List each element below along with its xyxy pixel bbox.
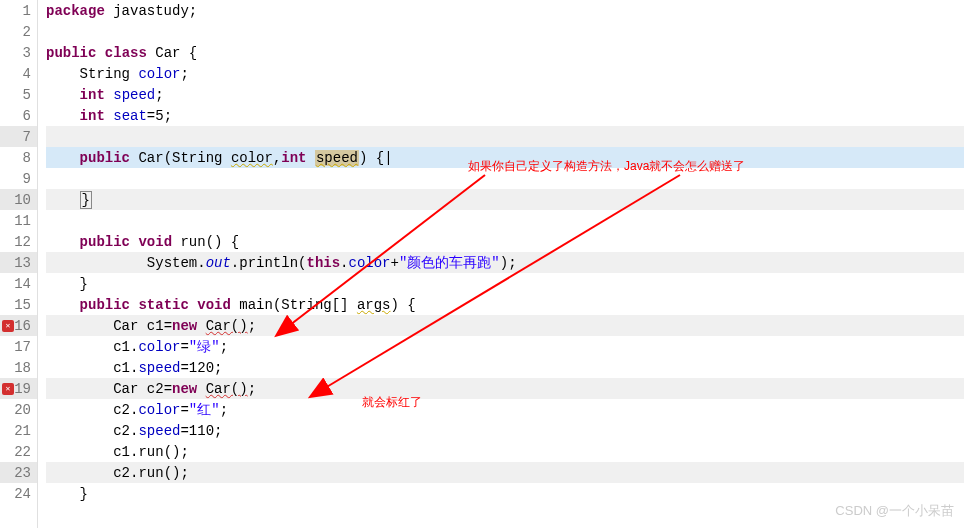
line-number: 9 xyxy=(0,168,37,189)
line-number: 6 xyxy=(0,105,37,126)
code-line[interactable]: c2.run(); xyxy=(46,462,964,483)
annotation-text: 如果你自己定义了构造方法，Java就不会怎么赠送了 xyxy=(468,158,745,175)
line-number: 3 xyxy=(0,42,37,63)
code-line[interactable]: c1.color="绿"; xyxy=(46,336,964,357)
code-line[interactable]: int speed; xyxy=(46,84,964,105)
line-number: 24 xyxy=(0,483,37,504)
code-line[interactable]: Car c2=new Car(); xyxy=(46,378,964,399)
code-line[interactable]: package javastudy; xyxy=(46,0,964,21)
line-number: 11 xyxy=(0,210,37,231)
watermark: CSDN @一个小呆苗 xyxy=(835,502,954,520)
line-number: 12 xyxy=(0,231,37,252)
code-line[interactable]: } xyxy=(46,273,964,294)
code-editor[interactable]: 1 2 3 4 5 6 7 8 9 10 11 12 13 14 15 16 1… xyxy=(0,0,964,528)
line-number: 16 xyxy=(0,315,37,336)
code-line[interactable]: String color; xyxy=(46,63,964,84)
line-number: 1 xyxy=(0,0,37,21)
annotation-text: 就会标红了 xyxy=(362,394,422,411)
line-number: 23 xyxy=(0,462,37,483)
line-number: 21 xyxy=(0,420,37,441)
code-line[interactable]: } xyxy=(46,483,964,504)
code-line[interactable]: int seat=5; xyxy=(46,105,964,126)
error-icon xyxy=(2,320,14,332)
line-number: 15 xyxy=(0,294,37,315)
code-line[interactable]: public void run() { xyxy=(46,231,964,252)
line-number: 18 xyxy=(0,357,37,378)
line-number: 4 xyxy=(0,63,37,84)
line-number: 2 xyxy=(0,21,37,42)
code-line[interactable]: c1.speed=120; xyxy=(46,357,964,378)
code-line[interactable]: public static void main(String[] args) { xyxy=(46,294,964,315)
code-line[interactable]: } xyxy=(46,189,964,210)
text-cursor: | xyxy=(384,150,392,166)
code-line[interactable] xyxy=(46,210,964,231)
code-line[interactable]: System.out.println(this.color+"颜色的车再跑"); xyxy=(46,252,964,273)
line-number: 22 xyxy=(0,441,37,462)
code-line[interactable] xyxy=(46,21,964,42)
code-line[interactable]: c1.run(); xyxy=(46,441,964,462)
code-line[interactable]: c2.color="红"; xyxy=(46,399,964,420)
line-number: 17 xyxy=(0,336,37,357)
line-number: 14 xyxy=(0,273,37,294)
line-number: 10 xyxy=(0,189,37,210)
code-line[interactable] xyxy=(46,126,964,147)
code-area[interactable]: package javastudy; public class Car { St… xyxy=(38,0,964,528)
code-line[interactable]: public class Car { xyxy=(46,42,964,63)
line-number: 19 xyxy=(0,378,37,399)
code-line[interactable]: Car c1=new Car(); xyxy=(46,315,964,336)
line-number: 5 xyxy=(0,84,37,105)
code-line[interactable]: c2.speed=110; xyxy=(46,420,964,441)
line-number-gutter: 1 2 3 4 5 6 7 8 9 10 11 12 13 14 15 16 1… xyxy=(0,0,38,528)
line-number: 13 xyxy=(0,252,37,273)
line-number: 8 xyxy=(0,147,37,168)
line-number: 7 xyxy=(0,126,37,147)
line-number: 20 xyxy=(0,399,37,420)
error-icon xyxy=(2,383,14,395)
